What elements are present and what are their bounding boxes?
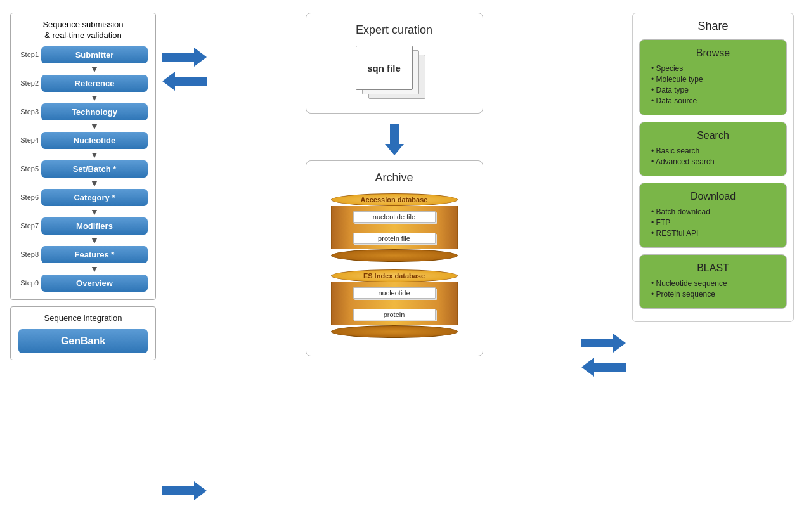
blast-item-nucleotide: Nucleotide sequence: [649, 279, 777, 288]
step-row-3: Step3 Technology: [18, 103, 148, 120]
arrow-left-1: [162, 72, 207, 91]
step-btn-nucleotide[interactable]: Nucleotide: [41, 132, 148, 149]
browse-title: Browse: [649, 48, 777, 59]
step-row-9: Step9 Overview: [18, 275, 148, 292]
share-card-download: Download Batch download FTP RESTful API: [639, 183, 787, 248]
accession-db-group: Accession database nucleotide file prote…: [319, 193, 470, 262]
step-row-8: Step8 Features *: [18, 246, 148, 263]
es-db-body: nucleotide protein: [331, 282, 458, 325]
es-file-nucleotide: nucleotide: [353, 287, 436, 299]
submission-box: Sequence submission & real-time validati…: [10, 13, 156, 300]
step-label-7: Step7: [18, 222, 41, 230]
share-card-blast: BLAST Nucleotide sequence Protein sequen…: [639, 254, 787, 309]
share-card-browse: Browse Species Molecule type Data type D…: [639, 39, 787, 115]
arrow-left-share-archive: [581, 358, 626, 377]
es-db-files: nucleotide protein: [332, 282, 457, 325]
download-item-batch: Batch download: [649, 207, 777, 216]
step-label-3: Step3: [18, 108, 41, 115]
share-panel: Share Browse Species Molecule type Data …: [632, 13, 794, 322]
arrow-5-6: ▼: [41, 179, 148, 188]
step-row-4: Step4 Nucleotide: [18, 132, 148, 149]
step-label-8: Step8: [18, 250, 41, 258]
step-label-9: Step9: [18, 279, 41, 287]
step-btn-modifiers[interactable]: Modifiers: [41, 217, 148, 235]
steps-container: Step1 Submitter ▼ Step2 Reference ▼ Step…: [18, 46, 148, 292]
arrow-right-genbank: [162, 481, 207, 500]
sqn-page-front: sqn file: [356, 46, 413, 90]
search-item-advanced: Advanced search: [649, 157, 777, 166]
search-title: Search: [649, 130, 777, 141]
svg-marker-4: [581, 334, 626, 353]
step-btn-submitter[interactable]: Submitter: [41, 46, 148, 63]
arrow-8-9: ▼: [41, 264, 148, 273]
integration-title: Sequence integration: [18, 313, 148, 323]
sqn-file-visual: sqn file: [353, 46, 436, 103]
arrow-right-1: [162, 48, 207, 67]
left-panel: Sequence submission & real-time validati…: [10, 13, 156, 519]
search-item-basic: Basic search: [649, 146, 777, 155]
step-label-4: Step4: [18, 136, 41, 144]
step-row-7: Step7 Modifiers: [18, 217, 148, 235]
step-label-1: Step1: [18, 51, 41, 58]
accession-db-body: nucleotide file protein file: [331, 206, 458, 249]
integration-box: Sequence integration GenBank: [10, 306, 156, 360]
arrow-2-3: ▼: [41, 93, 148, 102]
accession-db-files: nucleotide file protein file: [332, 206, 457, 249]
svg-marker-3: [385, 124, 404, 155]
step-row-6: Step6 Category *: [18, 189, 148, 206]
share-card-search: Search Basic search Advanced search: [639, 122, 787, 176]
arrow-1-2: ▼: [41, 65, 148, 74]
download-item-api: RESTful API: [649, 229, 777, 238]
download-item-ftp: FTP: [649, 218, 777, 227]
step-btn-technology[interactable]: Technology: [41, 103, 148, 120]
step-btn-features[interactable]: Features *: [41, 246, 148, 263]
submission-title: Sequence submission & real-time validati…: [18, 20, 148, 41]
archive-title: Archive: [319, 171, 470, 185]
archive-box: Archive Accession database nucleotide fi…: [306, 160, 483, 356]
browse-item-datasource: Data source: [649, 96, 777, 105]
expert-curation-box: Expert curation sqn file: [306, 13, 483, 114]
left-middle-arrows: [156, 13, 213, 519]
blast-item-protein: Protein sequence: [649, 290, 777, 299]
genbank-button[interactable]: GenBank: [18, 329, 148, 353]
svg-marker-2: [162, 481, 207, 500]
arrow-4-5: ▼: [41, 150, 148, 159]
browse-item-datatype: Data type: [649, 86, 777, 94]
expert-curation-title: Expert curation: [319, 23, 470, 37]
es-db-bottom: [331, 325, 458, 338]
download-title: Download: [649, 191, 777, 202]
arrow-3-4: ▼: [41, 122, 148, 131]
step-btn-overview[interactable]: Overview: [41, 275, 148, 292]
step-label-2: Step2: [18, 79, 41, 87]
arrow-6-7: ▼: [41, 207, 148, 216]
middle-panel: Expert curation sqn file Archive Accessi…: [213, 13, 575, 519]
step-btn-category[interactable]: Category *: [41, 189, 148, 206]
accession-db-label: Accession database: [361, 196, 428, 204]
step-row-1: Step1 Submitter: [18, 46, 148, 63]
svg-marker-1: [162, 72, 207, 91]
browse-item-molecule: Molecule type: [649, 75, 777, 84]
arrow-7-8: ▼: [41, 236, 148, 245]
svg-marker-5: [581, 358, 626, 377]
arrow-right-archive-share: [581, 334, 626, 353]
share-title: Share: [639, 20, 787, 33]
step-row-5: Step5 Set/Batch *: [18, 160, 148, 178]
step-label-5: Step5: [18, 165, 41, 172]
accession-file-protein: protein file: [353, 233, 436, 244]
step-btn-setbatch[interactable]: Set/Batch *: [41, 160, 148, 178]
step-btn-reference[interactable]: Reference: [41, 75, 148, 92]
arrow-down-expert-archive: [385, 124, 404, 155]
accession-file-nucleotide: nucleotide file: [353, 211, 436, 223]
blast-title: BLAST: [649, 263, 777, 274]
right-panel: Share Browse Species Molecule type Data …: [632, 13, 794, 519]
accession-db-top: Accession database: [331, 193, 458, 206]
step-label-6: Step6: [18, 193, 41, 201]
es-file-protein: protein: [353, 309, 436, 320]
svg-marker-0: [162, 48, 207, 67]
es-db-label: ES Index database: [363, 272, 425, 280]
es-index-db-group: ES Index database nucleotide protein: [319, 269, 470, 338]
es-db-top: ES Index database: [331, 269, 458, 282]
accession-db-bottom: [331, 249, 458, 262]
step-row-2: Step2 Reference: [18, 75, 148, 92]
browse-item-species: Species: [649, 64, 777, 73]
